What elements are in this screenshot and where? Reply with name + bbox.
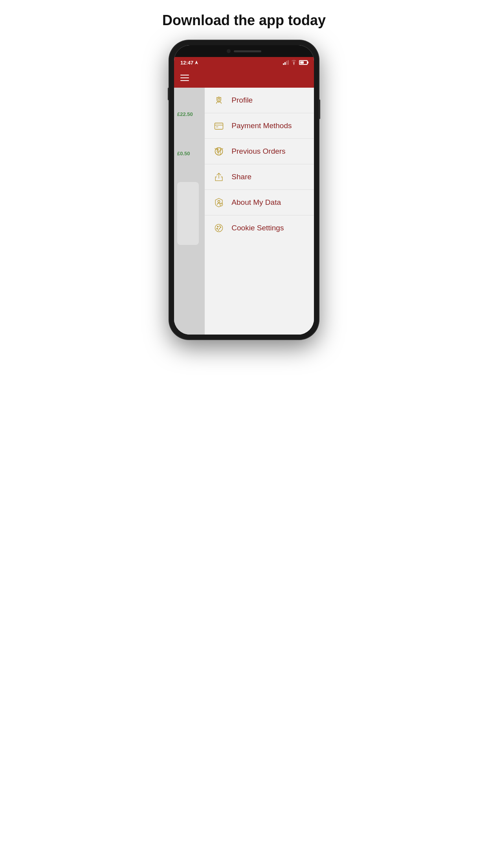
- svg-point-18: [217, 228, 218, 230]
- svg-point-10: [215, 148, 223, 155]
- menu-item-cookie-settings[interactable]: Cookie Settings: [205, 215, 314, 241]
- menu-item-profile[interactable]: Profile: [205, 88, 314, 113]
- payment-methods-icon: [213, 120, 225, 132]
- speaker: [234, 50, 261, 52]
- phone-frame: 12:47: [169, 40, 319, 339]
- screen-content: £22.50 £0.50 Profile: [174, 88, 314, 335]
- about-my-data-label: About My Data: [231, 198, 281, 207]
- previous-orders-label: Previous Orders: [231, 147, 285, 156]
- page-title: Download the app today: [162, 12, 326, 29]
- menu-item-about-my-data[interactable]: About My Data: [205, 190, 314, 215]
- svg-rect-6: [215, 123, 223, 129]
- svg-point-11: [218, 200, 220, 202]
- phone-notch: [174, 45, 314, 57]
- previous-orders-icon: [213, 145, 225, 158]
- hamburger-line-2: [180, 77, 189, 78]
- profile-label: Profile: [231, 96, 253, 105]
- svg-rect-3: [215, 123, 223, 129]
- menu-item-share[interactable]: Share: [205, 164, 314, 190]
- svg-marker-0: [195, 61, 198, 64]
- cookie-settings-icon: [213, 222, 225, 234]
- battery-icon: [299, 60, 308, 65]
- bg-price-2: £0.50: [177, 151, 190, 156]
- status-icons: [283, 60, 308, 65]
- about-my-data-icon: [213, 196, 225, 209]
- status-time: 12:47: [180, 60, 193, 66]
- phone-screen: 12:47: [174, 45, 314, 335]
- signal-icon: [283, 60, 289, 65]
- svg-point-21: [218, 230, 219, 231]
- app-header: [174, 68, 314, 88]
- location-arrow-icon: [195, 61, 198, 64]
- menu-item-previous-orders[interactable]: Previous Orders: [205, 139, 314, 164]
- cookie-settings-label: Cookie Settings: [231, 224, 284, 232]
- svg-point-2: [218, 98, 220, 100]
- share-icon: [213, 171, 225, 183]
- profile-icon: [213, 94, 225, 107]
- hamburger-line-1: [180, 75, 189, 75]
- share-label: Share: [231, 173, 251, 181]
- bg-price-1: £22.50: [177, 111, 193, 117]
- svg-point-16: [217, 226, 218, 227]
- wifi-icon: [291, 60, 297, 65]
- svg-point-19: [219, 228, 220, 229]
- status-bar: 12:47: [174, 57, 314, 68]
- svg-point-20: [220, 227, 221, 228]
- bg-button: [177, 182, 199, 245]
- svg-point-15: [215, 224, 223, 232]
- payment-methods-label: Payment Methods: [231, 121, 292, 130]
- hamburger-line-3: [180, 80, 189, 81]
- camera: [227, 49, 231, 53]
- menu-item-payment-methods[interactable]: Payment Methods: [205, 113, 314, 139]
- svg-point-17: [220, 226, 220, 226]
- svg-point-1: [294, 64, 294, 65]
- hamburger-button[interactable]: [180, 75, 189, 81]
- side-drawer: Profile Payment Methods: [205, 88, 314, 335]
